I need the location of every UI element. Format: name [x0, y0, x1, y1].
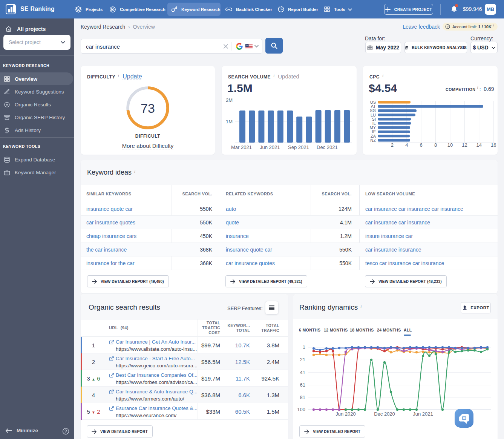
svg-text:AT: AT — [371, 104, 376, 109]
svg-text:8: 8 — [434, 142, 437, 147]
svg-text:IL: IL — [372, 121, 376, 126]
svg-text:Dec 2020: Dec 2020 — [374, 411, 395, 417]
svg-text:MY: MY — [370, 125, 376, 130]
svg-text:2: 2 — [391, 142, 394, 147]
svg-text:1: 1 — [303, 344, 305, 350]
svg-text:61: 61 — [300, 382, 305, 388]
svg-text:SG: SG — [370, 108, 376, 113]
svg-text:ZA: ZA — [371, 134, 376, 138]
svg-text:SI: SI — [372, 117, 376, 121]
svg-text:10: 10 — [447, 142, 453, 147]
svg-text:LU: LU — [371, 113, 376, 117]
svg-text:Jun 2021: Jun 2021 — [413, 411, 433, 417]
svg-text:Jun 2020: Jun 2020 — [335, 411, 356, 417]
svg-text:6: 6 — [420, 142, 423, 147]
svg-text:1M: 1M — [226, 119, 233, 124]
svg-text:12: 12 — [462, 142, 467, 147]
svg-text:81: 81 — [300, 394, 305, 400]
svg-text:16: 16 — [491, 142, 496, 147]
svg-text:21: 21 — [300, 357, 305, 362]
svg-text:US: US — [370, 100, 376, 104]
svg-text:41: 41 — [300, 370, 305, 375]
svg-text:NZ: NZ — [370, 138, 376, 143]
svg-text:73: 73 — [141, 101, 155, 115]
svg-text:2M: 2M — [226, 98, 233, 103]
svg-text:14: 14 — [476, 142, 482, 147]
svg-text:100: 100 — [297, 407, 305, 412]
svg-text:IE: IE — [372, 129, 376, 134]
svg-text:4: 4 — [405, 142, 408, 147]
